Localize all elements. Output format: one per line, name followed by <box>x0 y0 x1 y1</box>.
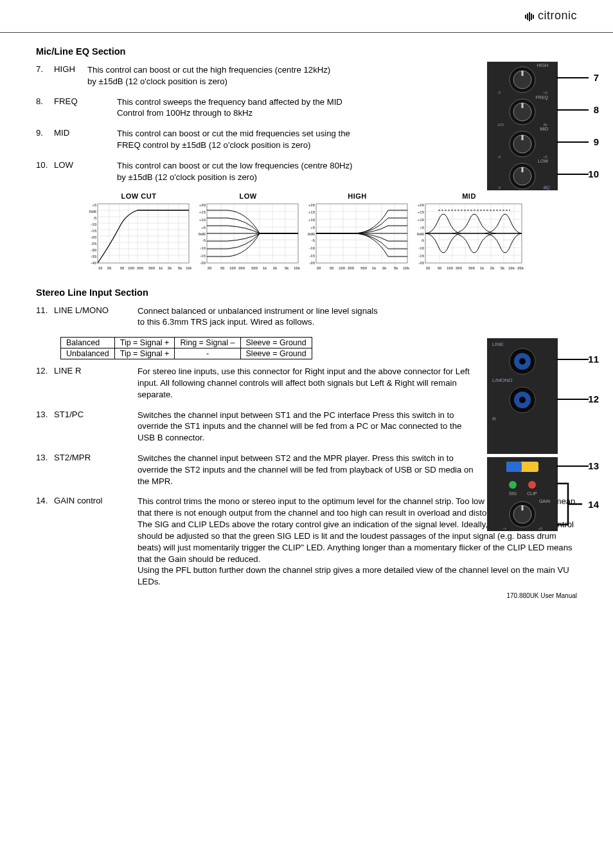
svg-text:-∞: -∞ <box>502 527 506 530</box>
svg-text:-35: -35 <box>91 255 96 258</box>
item-label: FREQ <box>54 96 117 120</box>
panel-num-12: 12 <box>588 393 599 404</box>
svg-text:-40: -40 <box>91 261 96 265</box>
svg-text:-15: -15 <box>91 229 96 233</box>
svg-text:-30: -30 <box>91 248 96 252</box>
eq-knob-panel: HIGH -5+5 FREQ 1008k MID -5+5 LOW -5+5 E… <box>487 62 577 192</box>
svg-text:-10: -10 <box>309 246 315 250</box>
svg-text:100: 100 <box>229 266 236 270</box>
svg-text:2k: 2k <box>382 266 387 270</box>
svg-point-174 <box>519 397 526 403</box>
signal-table: Balanced Tip = Signal + Ring = Signal – … <box>60 337 312 359</box>
cell: Unbalanced <box>61 348 115 359</box>
item-label: ST2/MPR <box>54 453 138 487</box>
svg-text:-5: -5 <box>202 239 206 242</box>
footer-text: 170.880UK User Manual <box>506 592 577 599</box>
panel-num-8: 8 <box>594 104 599 115</box>
svg-text:500: 500 <box>360 266 368 270</box>
svg-text:CLIP: CLIP <box>527 491 537 496</box>
cell: Balanced <box>61 338 115 348</box>
item-num: 13. <box>36 410 54 444</box>
svg-text:-10: -10 <box>91 222 96 226</box>
svg-text:10k: 10k <box>508 266 515 270</box>
cell: Sleeve = Ground <box>240 338 312 348</box>
graph-title: LOW <box>195 192 301 200</box>
item-text: Switches the channel input between ST2 a… <box>138 453 474 486</box>
item-text2: to this 6.3mm TRS jack input. Wired as f… <box>138 317 314 327</box>
svg-rect-178 <box>506 462 522 472</box>
svg-text:100: 100 <box>447 266 454 270</box>
svg-text:-20: -20 <box>200 261 206 265</box>
svg-text:100: 100 <box>128 266 135 270</box>
svg-rect-27 <box>522 167 524 172</box>
svg-rect-8 <box>522 71 524 76</box>
table-row: Balanced Tip = Signal + Ring = Signal – … <box>61 338 312 348</box>
item-num: 14. <box>36 496 54 588</box>
item-text2: by ±15dB (12 o'clock position is zero) <box>117 172 257 182</box>
item-label: LINE L/MONO <box>54 305 138 329</box>
item-text: This control can boost or cut the low fr… <box>117 161 353 170</box>
svg-text:2k: 2k <box>168 266 172 270</box>
svg-text:+20: +20 <box>308 203 315 207</box>
svg-text:+10: +10 <box>418 218 425 222</box>
svg-text:LOW: LOW <box>538 159 548 163</box>
svg-text:-5: -5 <box>421 239 425 242</box>
svg-text:EQ: EQ <box>544 185 551 190</box>
item-text: For stereo line inputs, use this connect… <box>138 366 470 399</box>
svg-text:0dB: 0dB <box>199 232 206 236</box>
svg-text:+6: +6 <box>538 527 543 530</box>
svg-text:-5: -5 <box>497 186 501 190</box>
svg-text:+20: +20 <box>199 203 206 207</box>
svg-text:200: 200 <box>238 266 245 270</box>
svg-text:+15: +15 <box>308 210 315 214</box>
svg-text:-5: -5 <box>497 155 501 159</box>
svg-text:5k: 5k <box>394 266 398 270</box>
item-text2: FREQ control by ±15dB (12 o'clock positi… <box>117 140 310 150</box>
svg-text:10k: 10k <box>294 266 301 270</box>
svg-text:-15: -15 <box>200 254 206 258</box>
item-num: 8. <box>36 96 54 120</box>
panel-num-7: 7 <box>594 72 599 83</box>
svg-point-179 <box>509 481 517 489</box>
panel-num-9: 9 <box>594 136 599 147</box>
svg-text:10k: 10k <box>186 266 191 270</box>
svg-text:20: 20 <box>208 266 212 270</box>
header-rule <box>0 32 613 33</box>
graph-title: MID <box>414 192 524 200</box>
svg-text:+5: +5 <box>420 226 425 230</box>
item-label: LINE R <box>54 366 138 400</box>
svg-rect-3 <box>531 14 532 20</box>
svg-text:-5: -5 <box>312 239 315 242</box>
svg-text:1k: 1k <box>159 266 163 270</box>
svg-text:-10: -10 <box>418 246 424 250</box>
item-text: This control can boost or cut the mid fr… <box>117 129 350 138</box>
svg-text:10k: 10k <box>403 266 410 270</box>
svg-text:0dB: 0dB <box>89 210 97 213</box>
item-num: 12. <box>36 366 54 400</box>
brand-logo: citronic <box>525 9 577 23</box>
svg-text:+10: +10 <box>199 218 206 222</box>
svg-text:+20: +20 <box>418 203 425 207</box>
graph-low-cut: LOW CUT +50dB-5-10-15-20-25-30-35-40 102… <box>86 192 191 273</box>
svg-text:0dB: 0dB <box>308 232 315 236</box>
item-label: GAIN control <box>54 496 138 588</box>
graph-low: LOW +20+15+10+50dB-5-10-15-20 2050100200… <box>195 192 301 273</box>
item-text: This control can boost or cut the high f… <box>87 65 330 75</box>
graph-title: LOW CUT <box>86 192 191 200</box>
svg-text:R: R <box>492 416 496 422</box>
eq-knob-svg: HIGH -5+5 FREQ 1008k MID -5+5 LOW -5+5 E… <box>487 62 558 190</box>
svg-text:-20: -20 <box>91 235 96 239</box>
svg-text:20: 20 <box>426 266 431 270</box>
cell: Tip = Signal + <box>114 348 175 359</box>
svg-text:20: 20 <box>107 266 112 270</box>
graph-mid: MID +20+15+10+50dB-5-10-15-20 2050100200… <box>414 192 524 273</box>
svg-text:20k: 20k <box>517 266 524 270</box>
svg-text:-20: -20 <box>418 261 424 265</box>
brand-name: citronic <box>538 9 577 22</box>
svg-text:MID: MID <box>540 127 548 131</box>
cell: - <box>175 348 240 359</box>
freq-graphs-row: LOW CUT +50dB-5-10-15-20-25-30-35-40 102… <box>86 192 577 273</box>
item-num: 9. <box>36 128 54 151</box>
stereo-panel-svg: LINE L/MONO R SIG CLIP GAIN -∞+6 <box>487 338 558 531</box>
svg-text:50: 50 <box>438 266 442 270</box>
